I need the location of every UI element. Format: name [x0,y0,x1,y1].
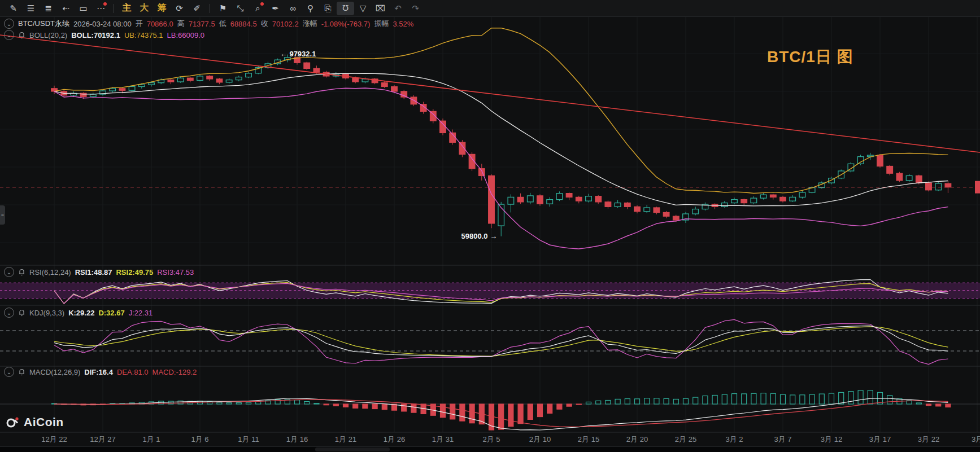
tab-chips[interactable]: 筹 [153,2,171,14]
symbol-name[interactable]: BTC/USDT永续 [18,19,69,29]
rectangle-draw-icon[interactable]: ▭ [75,2,92,15]
aicoin-logo-text: AiCoin [24,415,64,429]
macd-dea-value: DEA:81.0 [117,368,149,376]
sidebar-drag-handle[interactable]: ≡ [0,205,5,225]
rsi-name[interactable]: RSI(6,12,24) [29,268,71,277]
x-axis-label: 2月 25 [666,435,705,445]
trading-chart-app: ✎ ☰ ≣ ⇠ ▭ ⋯ 主 大 筹 ⟳ ✐ ⚑ ⤡ ⌕ ✒ ∞ ⚲ ⎘ Ω ▽ … [0,0,980,452]
boll-ub-value: UB:74375.1 [124,31,163,40]
binoculars-icon[interactable]: ∞ [284,2,302,15]
change-value: -1.08%(-763.7) [321,20,371,28]
macd-value: MACD:-129.2 [153,368,197,376]
x-axis-label: 1月 31 [423,435,463,445]
x-axis-label: 3月 2 [715,435,754,445]
alert-bell-icon[interactable] [18,31,25,39]
alert-bell-icon[interactable] [18,268,25,276]
collapse-chevron-icon[interactable]: ⌄ [4,19,14,29]
kdj-name[interactable]: KDJ(9,3,3) [29,309,64,317]
collapse-chevron-icon[interactable]: ⌄ [4,30,14,40]
close-label: 收 [261,19,268,29]
boll-name[interactable]: BOLL(20,2) [29,31,67,40]
scrollbar-thumb[interactable] [315,447,390,451]
x-axis-label: 1月 6 [180,435,220,445]
rsi-indicator-row: ⌄ RSI(6,12,24) RSI1:48.87 RSI2:49.75 RSI… [4,267,194,277]
close-value: 70102.2 [272,20,299,28]
collapse-chevron-icon[interactable]: ⌄ [4,367,14,377]
magnet-glyph: Ω [342,3,349,13]
funnel-icon[interactable]: ▽ [354,2,372,15]
drawing-toolbar: ✎ ☰ ≣ ⇠ ▭ ⋯ 主 大 筹 ⟳ ✐ ⚑ ⤡ ⌕ ✒ ∞ ⚲ ⎘ Ω ▽ … [0,0,980,17]
x-axis-label: 3月 [957,435,980,445]
open-value: 70866.0 [147,20,173,28]
zoom-glyph: ⌕ [255,3,260,14]
collapse-chevron-icon[interactable]: ⌄ [4,308,14,318]
tab-main-chart[interactable]: 主 [118,2,136,14]
pen-edit-icon[interactable]: ✒ [267,2,284,15]
kdj-j-value: J:22.31 [129,309,153,317]
symbol-info-row: ⌄ BTC/USDT永续 2026-03-24 08:00 开 70866.0 … [4,19,413,29]
undo-icon[interactable]: ↶ [389,2,407,15]
boll-mb-value: BOLL:70192.1 [71,31,120,40]
alert-bell-icon[interactable] [18,309,25,317]
bar-datetime: 2026-03-24 08:00 [73,20,132,28]
x-axis-label: 1月 1 [132,435,171,445]
high-value: 71377.5 [189,20,215,28]
x-axis-label: 2月 20 [617,435,657,445]
x-axis-label: 2月 10 [520,435,560,445]
x-axis-label: 3月 17 [860,435,900,445]
rsi1-value: RSI1:48.87 [75,268,112,277]
rsi3-value: RSI3:47.53 [157,268,194,277]
brush-icon[interactable]: ✐ [188,2,206,15]
kdj-d-value: D:32.67 [98,309,124,317]
x-axis-label: 1月 11 [229,435,268,445]
tab-big-data[interactable]: 大 [136,2,153,14]
notification-dot [260,2,264,6]
macd-indicator-row: ⌄ MACD(12,26,9) DIF:16.4 DEA:81.0 MACD:-… [4,367,197,377]
cursor-arrow-icon[interactable]: ⇠ [57,2,75,15]
low-value: 68884.5 [230,20,257,28]
boll-lb-value: LB:66009.0 [167,31,205,40]
bookmark-icon[interactable]: ⚑ [214,2,232,15]
trash-icon[interactable]: ⌧ [372,2,389,15]
open-label: 开 [136,19,143,29]
kdj-k-value: K:29.22 [68,309,94,317]
x-axis-label: 1月 26 [374,435,414,445]
collapse-chevron-icon[interactable]: ⌄ [4,267,14,277]
amplitude-label: 振幅 [374,19,389,29]
low-label: 低 [219,19,227,29]
note-icon[interactable]: ⎘ [319,2,337,15]
toolbar-separator [210,4,210,13]
change-label: 涨幅 [303,19,317,29]
x-axis-label: 1月 21 [326,435,365,445]
amplitude-value: 3.52% [393,20,413,28]
zoom-search-icon[interactable]: ⌕ [249,2,267,15]
kdj-indicator-row: ⌄ KDJ(9,3,3) K:29.22 D:32.67 J:22.31 [4,308,153,318]
magnet-icon[interactable]: Ω [337,2,354,15]
chart-canvas[interactable] [0,0,980,452]
aicoin-logo-mark [6,416,21,429]
layout-list-icon[interactable]: ≣ [40,2,57,15]
draw-pencil-icon[interactable]: ✎ [5,2,22,15]
chart-watermark-title: BTC/1日 图 [767,46,853,68]
x-axis-label: 3月 12 [812,435,851,445]
x-axis-label: 2月 15 [569,435,608,445]
boll-indicator-row: ⌄ BOLL(20,2) BOLL:70192.1 UB:74375.1 LB:… [4,30,204,40]
indicator-list-icon[interactable]: ☰ [22,2,40,15]
peak-price-annotation: ← 97932.1 [280,50,316,58]
x-axis-label: 3月 7 [763,435,803,445]
redo-icon[interactable]: ↷ [407,2,424,15]
lock-icon[interactable]: ⚲ [302,2,319,15]
x-axis-label: 12月 27 [83,435,123,445]
x-axis-label: 12月 22 [34,435,74,445]
more-drawings-icon[interactable]: ⋯ [92,2,110,15]
macd-name[interactable]: MACD(12,26,9) [29,368,80,376]
measure-icon[interactable]: ⤡ [232,2,249,15]
x-axis-label: 2月 5 [472,435,511,445]
replay-icon[interactable]: ⟳ [171,2,188,15]
rsi2-value: RSI2:49.75 [116,268,153,277]
alert-bell-icon[interactable] [18,368,25,376]
notification-dot [103,2,107,6]
toolbar-separator [114,4,114,13]
x-axis-label: 1月 16 [277,435,317,445]
aicoin-logo: AiCoin [6,415,64,429]
